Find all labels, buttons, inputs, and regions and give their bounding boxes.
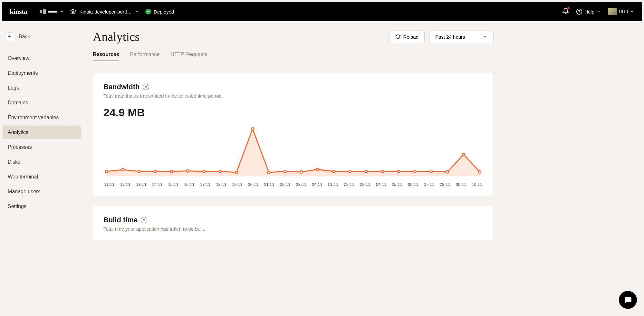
x-tick: 15:11 — [168, 182, 179, 187]
reload-icon — [395, 34, 400, 39]
bandwidth-subtitle: Total data that is transmitted in the se… — [103, 93, 483, 99]
svg-point-21 — [381, 170, 384, 173]
svg-point-14 — [268, 171, 270, 174]
x-tick: 05:11 — [392, 182, 402, 187]
x-tick: 17:11 — [200, 182, 211, 187]
topbar: kinsta Kinsta-developer-portf… Deployed — [2, 2, 642, 21]
tab-http-requests[interactable]: HTTP Requests — [170, 50, 207, 61]
svg-marker-0 — [71, 9, 76, 12]
sidebar-item-analytics[interactable]: Analytics — [3, 126, 81, 139]
buildtime-title: Build time — [103, 216, 138, 224]
svg-point-25 — [446, 171, 449, 173]
x-tick: 22:11 — [280, 182, 291, 187]
org-switcher[interactable] — [40, 9, 64, 14]
sidebar-item-overview[interactable]: Overview — [3, 52, 81, 65]
svg-point-11 — [219, 170, 221, 173]
project-selector[interactable]: Kinsta-developer-portf… — [70, 9, 139, 14]
bandwidth-value: 24.9 MB — [103, 106, 483, 119]
info-icon[interactable]: ? — [143, 84, 149, 90]
buildtime-card: Build time ? Total time your application… — [93, 205, 494, 241]
x-tick: 12:11 — [120, 182, 131, 187]
x-tick: 04:11 — [376, 182, 387, 187]
back-label: Back — [19, 34, 30, 40]
svg-point-24 — [430, 170, 432, 173]
main-content: Analytics Reload Past 24 hours Resources… — [84, 23, 503, 250]
chevron-down-icon — [596, 9, 601, 14]
time-range-label: Past 24 hours — [435, 34, 465, 40]
page-title: Analytics — [93, 30, 140, 44]
notification-badge — [567, 7, 570, 9]
tab-resources[interactable]: Resources — [93, 50, 119, 61]
sidebar-item-disks[interactable]: Disks — [3, 155, 81, 169]
tab-performance[interactable]: Performance — [130, 50, 160, 61]
sidebar-nav: OverviewDeploymentsLogsDomainsEnvironmen… — [3, 52, 81, 213]
deploy-status: Deployed — [145, 9, 174, 14]
x-tick: 06:11 — [408, 182, 418, 187]
logo: kinsta — [10, 7, 27, 16]
svg-point-4 — [105, 170, 108, 173]
x-tick: 07:11 — [424, 182, 435, 187]
x-tick: 03:11 — [360, 182, 370, 187]
svg-point-17 — [316, 168, 319, 171]
chevron-down-icon — [483, 34, 487, 39]
reload-button[interactable]: Reload — [389, 31, 425, 43]
x-tick: 20:11 — [248, 182, 259, 187]
svg-point-15 — [284, 170, 286, 173]
chevron-down-icon — [630, 9, 634, 14]
sidebar-item-settings[interactable]: Settings — [3, 200, 81, 213]
x-tick: 01:11 — [328, 182, 339, 187]
svg-point-6 — [138, 170, 140, 173]
x-tick: 18:11 — [216, 182, 226, 187]
svg-point-5 — [121, 168, 124, 171]
project-name: Kinsta-developer-portf… — [79, 9, 132, 14]
help-button[interactable]: Help — [576, 8, 601, 15]
svg-point-22 — [397, 170, 400, 173]
svg-point-16 — [300, 171, 303, 173]
sidebar-item-logs[interactable]: Logs — [3, 81, 81, 95]
back-button[interactable]: Back — [3, 30, 81, 44]
x-tick: 10:11 — [472, 182, 482, 187]
svg-point-23 — [414, 170, 416, 173]
x-tick: 16:11 — [184, 182, 195, 187]
x-tick: 24:11 — [312, 182, 322, 187]
svg-point-18 — [332, 170, 335, 173]
arrow-left-icon — [7, 34, 12, 39]
layers-icon — [70, 9, 76, 14]
sidebar-item-deployments[interactable]: Deployments — [3, 66, 81, 80]
info-icon[interactable]: ? — [141, 217, 147, 223]
x-tick: 08:11 — [440, 182, 450, 187]
x-tick: 11:11 — [104, 182, 115, 187]
chart-x-axis: 11:1112:1113:1114:1115:1116:1117:1118:11… — [103, 179, 483, 187]
sidebar-item-web-terminal[interactable]: Web terminal — [3, 170, 81, 184]
x-tick: 23:11 — [296, 182, 307, 187]
sidebar-item-domains[interactable]: Domains — [3, 96, 81, 110]
avatar — [608, 8, 617, 15]
x-tick: 14:11 — [152, 182, 163, 187]
svg-point-12 — [235, 171, 238, 174]
svg-point-27 — [478, 171, 481, 173]
svg-point-8 — [170, 170, 173, 173]
notifications-button[interactable] — [562, 8, 569, 15]
svg-point-10 — [203, 170, 205, 173]
buildtime-subtitle: Total time your application has taken to… — [103, 226, 483, 232]
x-tick: 19:11 — [232, 182, 243, 187]
svg-point-9 — [187, 170, 189, 172]
help-label: Help — [584, 9, 594, 14]
user-menu[interactable] — [608, 8, 634, 15]
x-tick: 13:11 — [136, 182, 147, 187]
help-icon — [576, 8, 582, 15]
bandwidth-chart: 11:1112:1113:1114:1115:1116:1117:1118:11… — [103, 125, 483, 187]
status-label: Deployed — [154, 9, 174, 14]
svg-point-26 — [462, 153, 465, 156]
x-tick: 02:11 — [344, 182, 354, 187]
bandwidth-title: Bandwidth — [103, 83, 139, 91]
check-circle-icon — [145, 9, 151, 14]
x-tick: 09:11 — [456, 182, 466, 187]
sidebar-item-manage-users[interactable]: Manage users — [3, 185, 81, 198]
reload-label: Reload — [403, 34, 418, 40]
sidebar-item-environment-variables[interactable]: Environment variables — [3, 111, 81, 124]
svg-point-13 — [251, 128, 254, 130]
x-tick: 21:11 — [264, 182, 274, 187]
sidebar-item-processes[interactable]: Processes — [3, 140, 81, 154]
time-range-select[interactable]: Past 24 hours — [429, 31, 494, 43]
